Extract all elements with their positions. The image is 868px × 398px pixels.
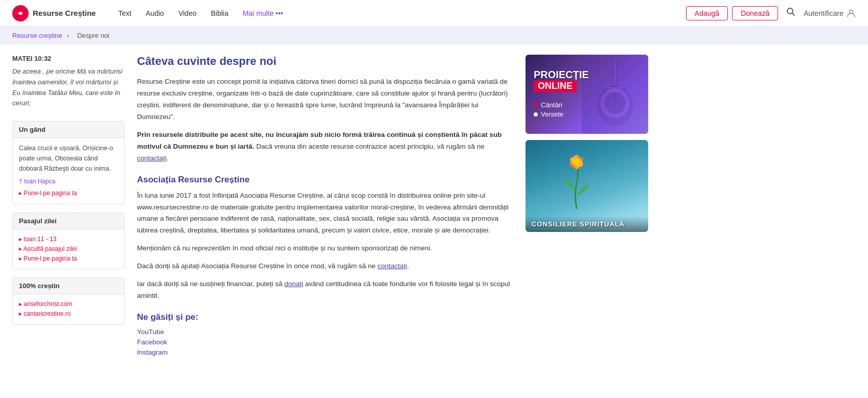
- header-right: Autentificare: [786, 7, 856, 19]
- proiectie-text: PROIECȚIE: [534, 69, 640, 80]
- para3-start: Dacă doriți să ajutați Asociația Resurse…: [137, 262, 377, 270]
- logo-link[interactable]: Resurse Creștine: [12, 5, 96, 21]
- association-para2: Menționăm că nu reprezentăm în mod ofici…: [137, 243, 513, 254]
- social-title: Ne găsiți și pe:: [137, 312, 513, 322]
- consiliere-text: CONSILIERE SPIRITUALĂ: [532, 220, 642, 228]
- bullet-dot-red: [534, 103, 538, 107]
- warning-paragraph: Prin resursele distribuite pe acest site…: [137, 129, 513, 165]
- site2-link[interactable]: cantaricrestine.ro: [19, 309, 118, 319]
- left-sidebar: MATEI 10:32 De aceea , pe oricine Mă va …: [12, 55, 125, 358]
- adauga-button[interactable]: Adaugă: [686, 6, 728, 20]
- youtube-link[interactable]: YouTube: [137, 328, 164, 336]
- online-badge: ONLINE: [534, 80, 577, 92]
- verse-ref: MATEI 10:32: [12, 55, 125, 62]
- breadcrumb-parent[interactable]: Resurse creștine: [12, 32, 62, 39]
- social-youtube: YouTube: [137, 327, 513, 336]
- un-gand-body: Calea crucii e ușoară, Orișicine-o poate…: [13, 138, 124, 203]
- nav-biblia[interactable]: Biblia: [204, 6, 234, 20]
- doneaza-button[interactable]: Donează: [732, 6, 778, 20]
- asculta-pasajul-link[interactable]: Ascultă pasajul zilei: [19, 244, 118, 254]
- un-gand-link[interactable]: Pune-l pe pagina ta: [19, 189, 118, 198]
- verse-text: De aceea , pe oricine Mă va mărturisi în…: [12, 66, 125, 109]
- pasajul-zilei-body: Ioan 11 - 13 Ascultă pasajul zilei Pune-…: [13, 229, 124, 269]
- donate-link[interactable]: donați: [284, 280, 303, 288]
- auth-link[interactable]: Autentificare: [804, 9, 856, 18]
- header-buttons: Adaugă Donează: [686, 6, 778, 20]
- un-gand-card: Un gând Calea crucii e ușoară, Orișicine…: [12, 121, 125, 204]
- pasajul-ref-link[interactable]: Ioan 11 - 13: [19, 235, 118, 244]
- contact-link-1[interactable]: contactați: [137, 154, 167, 162]
- right-sidebar: PROIECȚIE ONLINE Cântări Versete: [526, 55, 648, 358]
- nav-text[interactable]: Text: [112, 6, 138, 20]
- nav-video[interactable]: Video: [172, 6, 203, 20]
- contact-link-2[interactable]: contactați: [377, 262, 407, 270]
- crestin-card: 100% creștin ariseforchrist.com cantaric…: [12, 277, 125, 324]
- proiectie-ad-card[interactable]: PROIECȚIE ONLINE Cântări Versete: [526, 55, 648, 134]
- nav-audio[interactable]: Audio: [140, 6, 170, 20]
- page-title: Câteva cuvinte despre noi: [137, 55, 513, 68]
- bullet-versete: Versete: [534, 110, 640, 118]
- instagram-link[interactable]: Instagram: [137, 348, 168, 356]
- association-para1: În luna iunie 2017 a fost înființată Aso…: [137, 190, 513, 237]
- logo-icon: [12, 5, 29, 21]
- social-instagram: Instagram: [137, 348, 513, 356]
- social-list: YouTube Facebook Instagram: [137, 327, 513, 356]
- breadcrumb: Resurse creștine › Despre noi: [0, 27, 868, 44]
- bullet-dot-white: [534, 112, 538, 116]
- svg-point-15: [573, 158, 581, 166]
- para4-start: Iar dacă doriți să ne susțineți financia…: [137, 280, 284, 288]
- association-title: Asociația Resurse Creștine: [137, 175, 513, 185]
- un-gand-title: Un gând: [13, 122, 124, 138]
- breadcrumb-current: Despre noi: [77, 32, 109, 39]
- association-para3: Dacă doriți să ajutați Asociația Resurse…: [137, 261, 513, 272]
- pasajul-zilei-card: Pasajul zilei Ioan 11 - 13 Ascultă pasaj…: [12, 213, 125, 270]
- pune-pasajul-link[interactable]: Pune-l pe pagina ta: [19, 254, 118, 264]
- svg-line-3: [792, 13, 795, 16]
- svg-point-1: [19, 12, 21, 14]
- cantari-label: Cântări: [541, 101, 562, 109]
- crestin-body: ariseforchrist.com cantaricrestine.ro: [13, 294, 124, 324]
- un-gand-text: Calea crucii e ușoară, Orișicine-o poate…: [19, 143, 118, 174]
- flower-overlay: CONSILIERE SPIRITUALĂ: [526, 216, 648, 232]
- consiliere-ad-bg: CONSILIERE SPIRITUALĂ: [526, 140, 648, 232]
- crestin-title: 100% creștin: [13, 278, 124, 294]
- un-gand-author: † Ioan Hapca: [19, 177, 118, 186]
- facebook-link[interactable]: Facebook: [137, 338, 167, 346]
- breadcrumb-separator: ›: [67, 32, 71, 39]
- bullet-cantari: Cântări: [534, 101, 640, 109]
- consiliere-ad-card[interactable]: CONSILIERE SPIRITUALĂ: [526, 140, 648, 232]
- nav-more[interactable]: Mai multe •••: [237, 6, 289, 20]
- logo-text: Resurse Creștine: [33, 9, 96, 17]
- search-icon[interactable]: [786, 7, 795, 19]
- intro-paragraph: Resurse Creștine este un concept pornit …: [137, 76, 513, 123]
- verse-box: MATEI 10:32 De aceea , pe oricine Mă va …: [12, 55, 125, 109]
- main-content: Câteva cuvinte despre noi Resurse Crești…: [137, 55, 526, 358]
- versete-label: Versete: [541, 110, 563, 118]
- social-facebook: Facebook: [137, 338, 513, 346]
- pasajul-zilei-title: Pasajul zilei: [13, 213, 124, 229]
- association-para4: Iar dacă doriți să ne susțineți financia…: [137, 278, 513, 302]
- site1-link[interactable]: ariseforchrist.com: [19, 299, 118, 309]
- main-container: MATEI 10:32 De aceea , pe oricine Mă va …: [0, 44, 868, 368]
- auth-label: Autentificare: [804, 9, 843, 17]
- ad-bullet-list: Cântări Versete: [534, 101, 640, 118]
- main-nav: Text Audio Video Biblia Mai multe •••: [112, 6, 686, 20]
- site-header: Resurse Creștine Text Audio Video Biblia…: [0, 0, 868, 27]
- proiectie-ad-bg: PROIECȚIE ONLINE Cântări Versete: [526, 55, 648, 134]
